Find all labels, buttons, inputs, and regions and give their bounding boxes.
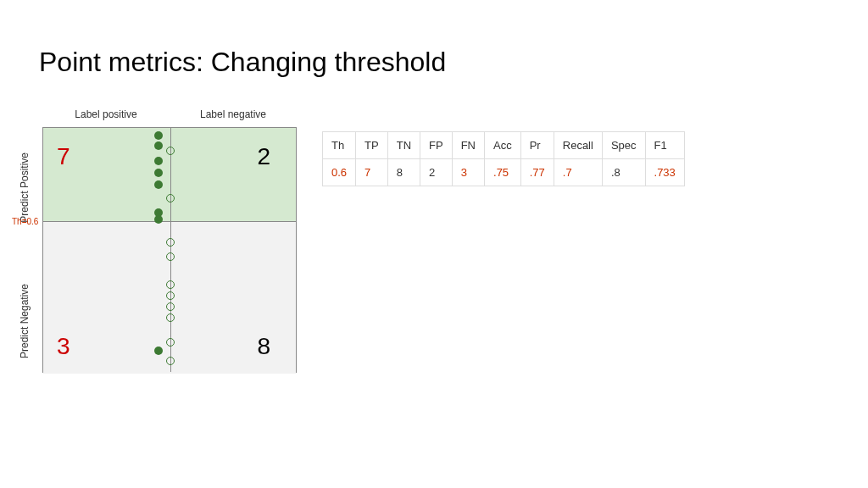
table-cell: 2 xyxy=(420,159,453,186)
table-header-cell: Spec xyxy=(602,132,645,159)
table-header-cell: TP xyxy=(356,132,388,159)
tn-dot-icon xyxy=(166,280,175,289)
table-cell: 3 xyxy=(452,159,484,186)
fp-dot-icon xyxy=(166,194,175,202)
tn-dot-icon xyxy=(166,302,175,311)
fp-count: 2 xyxy=(257,143,270,170)
table-cell: .733 xyxy=(645,159,684,186)
confusion-matrix-chart: Label positive Label negative Predict Po… xyxy=(42,127,297,373)
page-title: Point metrics: Changing threshold xyxy=(39,47,446,78)
table-header-cell: Recall xyxy=(554,132,602,159)
tp-dot-icon xyxy=(154,131,163,140)
fn-dot-icon xyxy=(154,347,163,355)
table-cell: .77 xyxy=(520,159,554,186)
tp-dot-icon xyxy=(154,169,163,177)
tp-dot-icon xyxy=(154,141,163,150)
tn-dot-icon xyxy=(166,313,175,322)
predict-negative-label: Predict Negative xyxy=(19,284,31,358)
table-header-cell: FP xyxy=(420,132,453,159)
tp-dot-icon xyxy=(154,157,163,165)
tp-dot-icon xyxy=(154,215,163,224)
table-header-cell: F1 xyxy=(645,132,684,159)
tn-count: 8 xyxy=(257,333,270,360)
threshold-label: Th=0.6 xyxy=(12,217,38,226)
tn-dot-icon xyxy=(166,357,175,365)
tp-dot-icon xyxy=(154,180,163,189)
table-cell: 7 xyxy=(356,159,388,186)
label-positive-header: Label positive xyxy=(42,108,170,120)
matrix-grid: 7 2 3 8 xyxy=(42,127,297,373)
tn-dot-icon xyxy=(166,238,175,247)
table-header-cell: Acc xyxy=(485,132,521,159)
table-cell: .7 xyxy=(554,159,602,186)
table-header-cell: TN xyxy=(387,132,420,159)
tn-dot-icon xyxy=(166,252,175,261)
table-header-cell: Pr xyxy=(520,132,554,159)
dot-column xyxy=(164,128,175,372)
table-row: 0.67823.75.77.7.8.733 xyxy=(323,159,685,186)
table-cell: 0.6 xyxy=(323,159,356,186)
table-cell: .75 xyxy=(485,159,521,186)
table-cell: 8 xyxy=(387,159,420,186)
label-negative-header: Label negative xyxy=(170,108,297,120)
predict-positive-label: Predict Positive xyxy=(19,152,31,223)
tn-dot-icon xyxy=(166,291,175,300)
fp-dot-icon xyxy=(166,147,175,155)
table-header-cell: Th xyxy=(323,132,356,159)
table-header-cell: FN xyxy=(452,132,484,159)
metrics-table: ThTPTNFPFNAccPrRecallSpecF1 0.67823.75.7… xyxy=(322,131,685,186)
fn-count: 3 xyxy=(57,333,70,360)
table-cell: .8 xyxy=(602,159,645,186)
tn-dot-icon xyxy=(166,338,175,347)
tp-count: 7 xyxy=(57,143,70,170)
table-header-row: ThTPTNFPFNAccPrRecallSpecF1 xyxy=(323,132,685,159)
